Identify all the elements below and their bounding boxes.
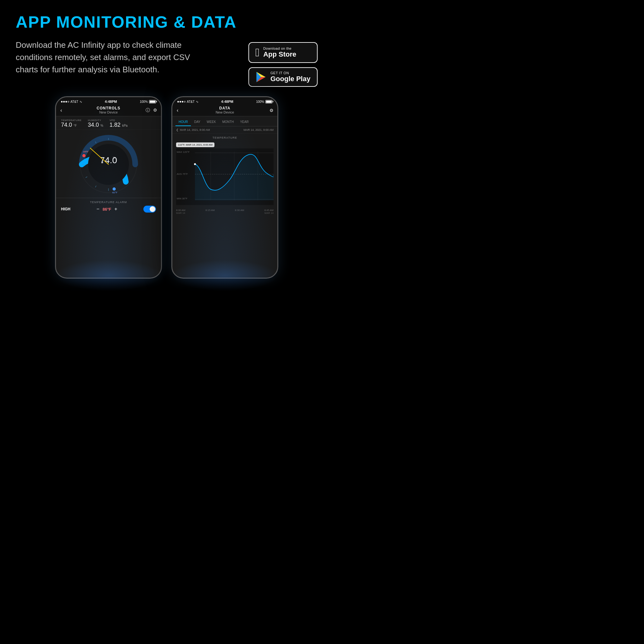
vpd-stat: VPD 1.82 kPa	[109, 119, 127, 128]
data-status-right: 100%	[256, 100, 272, 103]
ddot4	[184, 101, 186, 103]
dot3	[65, 101, 67, 103]
tab-week[interactable]: WEEK	[203, 119, 219, 126]
gauge-container: 74.0 °F 🌡 86°F 40°F	[56, 130, 161, 198]
controls-header: ‹ CONTROLS New Device ⓘ ⚙	[56, 105, 161, 116]
controls-phone-wrapper: AT&T ∿ 4:48PM 100% ‹ CONTROLS New	[55, 96, 162, 279]
dot1	[61, 101, 63, 103]
svg-point-16	[82, 154, 86, 157]
svg-text:40°F: 40°F	[112, 191, 118, 194]
info-icon[interactable]: ⓘ	[146, 108, 150, 113]
gauge-svg: 74.0 °F 🌡 86°F 40°F	[77, 133, 140, 196]
date-chevron-left[interactable]: ❮	[176, 128, 179, 131]
dot2	[63, 101, 65, 103]
tab-hour[interactable]: HOUR	[175, 119, 191, 126]
badges-container:  Download on the App Store GET IT ON Go…	[248, 42, 318, 87]
date-end: MAR 14, 2021, 9:00 AM	[243, 128, 274, 131]
data-time-label: 4:48PM	[221, 100, 233, 103]
back-button[interactable]: ‹	[60, 108, 62, 113]
googleplay-badge[interactable]: GET IT ON Google Play	[248, 67, 318, 87]
appstore-text: Download on the App Store	[263, 47, 296, 58]
time-labels: 8:00 AM 8:15 AM 8:30 AM 8:45 AM	[172, 208, 277, 212]
data-battery-icon	[265, 100, 272, 103]
data-signal-dots	[177, 101, 186, 103]
appstore-large-text: App Store	[263, 50, 296, 58]
time-label-4: 8:45 AM	[264, 209, 274, 212]
tab-year[interactable]: YEAR	[237, 119, 252, 126]
vpd-value: 1.82 kPa	[109, 122, 127, 128]
data-settings-icon[interactable]: ⚙	[269, 108, 274, 113]
carrier-label: AT&T	[70, 100, 78, 103]
data-battery-fill	[266, 101, 272, 103]
battery-fill	[150, 101, 155, 103]
temperature-stat: TEMPERATURE 74.0 °F	[61, 119, 81, 128]
chart-title: TEMPERATURE	[176, 136, 274, 139]
ddot2	[180, 101, 181, 103]
date-range: ❮ MAR 14, 2021, 8:00 AM MAR 14, 2021, 9:…	[172, 126, 277, 134]
data-phone-wrapper: AT&T ∿ 4:48PM 100% ‹ DATA New Devi	[171, 96, 278, 279]
temp-label: TEMPERATURE	[61, 119, 81, 122]
vpd-label: VPD	[109, 119, 127, 122]
data-battery-percent: 100%	[256, 100, 264, 103]
time-label-3: 8:30 AM	[235, 209, 244, 212]
appstore-badge[interactable]:  Download on the App Store	[248, 42, 318, 63]
temperature-chart: MAX 120°F AVG 75°F MIN 30°F	[176, 148, 274, 205]
hum-unit: %	[100, 124, 103, 127]
temp-value: 74.0 °F	[61, 122, 81, 128]
description-text: Download the AC Infinity app to check cl…	[16, 39, 192, 76]
svg-point-17	[113, 187, 116, 191]
svg-text:°F: °F	[113, 156, 116, 159]
alarm-row: HIGH − 86°F +	[61, 206, 156, 213]
appstore-small-text: Download on the	[263, 47, 296, 50]
alarm-minus-button[interactable]: −	[97, 206, 99, 212]
alarm-high-label: HIGH	[61, 207, 70, 211]
data-carrier-label: AT&T	[187, 100, 195, 103]
wifi-icon: ∿	[80, 100, 82, 103]
main-container: APP MONITORING & DATA Download the AC In…	[0, 0, 333, 333]
tab-month[interactable]: MONTH	[219, 119, 237, 126]
time-label-2: 8:15 AM	[206, 209, 215, 212]
date-labels: MAR 14 MAR 14	[172, 212, 277, 214]
date-label-1: MAR 14	[176, 212, 185, 214]
data-header: ‹ DATA New Device ⚙	[172, 105, 277, 116]
svg-text:86°F: 86°F	[83, 150, 89, 153]
svg-text:🌡: 🌡	[101, 160, 104, 164]
controls-phone: AT&T ∿ 4:48PM 100% ‹ CONTROLS New	[55, 96, 162, 279]
alarm-section: TEMPERATURE ALARM HIGH − 86°F +	[56, 198, 161, 215]
alarm-plus-button[interactable]: +	[114, 206, 117, 212]
ddot3	[182, 101, 183, 103]
svg-text:MAX 120°F: MAX 120°F	[177, 151, 190, 153]
controls-title: CONTROLS	[56, 106, 161, 110]
date-label-4: MAR 14	[264, 212, 274, 214]
ddot1	[177, 101, 179, 103]
svg-point-31	[194, 163, 196, 165]
top-section: Download the AC Infinity app to check cl…	[16, 39, 318, 87]
data-subtitle: New Device	[172, 110, 277, 114]
battery-percent: 100%	[140, 100, 148, 103]
alarm-controls: − 86°F +	[97, 206, 117, 212]
time-tabs: HOUR DAY WEEK MONTH YEAR	[172, 116, 277, 126]
hum-value: 34.0 %	[88, 122, 103, 128]
battery-icon	[149, 100, 156, 103]
googleplay-small-text: GET IT ON	[270, 71, 310, 75]
date-range-left: ❮ MAR 14, 2021, 8:00 AM	[176, 128, 210, 131]
svg-line-7	[86, 177, 87, 178]
svg-text:MIN 30°F: MIN 30°F	[177, 197, 187, 200]
controls-subtitle: New Device	[56, 110, 161, 114]
alarm-toggle[interactable]	[143, 206, 156, 213]
tab-day[interactable]: DAY	[191, 119, 203, 126]
googleplay-text: GET IT ON Google Play	[270, 71, 310, 83]
signal-dots	[61, 101, 69, 103]
data-nav-icons: ⚙	[269, 108, 274, 113]
google-play-icon	[255, 71, 267, 83]
dot4	[68, 101, 69, 103]
data-back-button[interactable]: ‹	[177, 108, 178, 113]
settings-icon[interactable]: ⚙	[153, 108, 157, 113]
chart-tooltip: 110°F, MAR 14, 2021, 8:00 AM	[176, 142, 214, 147]
alarm-title: TEMPERATURE ALARM	[61, 201, 156, 204]
status-right: 100%	[140, 100, 156, 103]
time-label: 4:48PM	[105, 100, 117, 103]
googleplay-large-text: Google Play	[270, 75, 310, 83]
date-start: MAR 14, 2021, 8:00 AM	[180, 128, 210, 131]
data-status-bar: AT&T ∿ 4:48PM 100%	[172, 97, 277, 105]
